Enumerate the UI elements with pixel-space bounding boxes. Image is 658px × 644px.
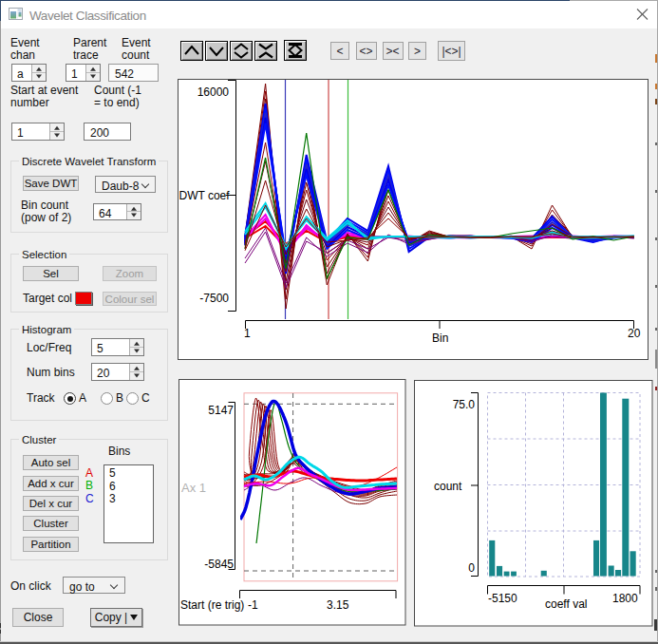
svg-text:-7500: -7500 [199,292,229,305]
svg-text:0: 0 [468,561,475,575]
svg-text:20: 20 [628,327,641,340]
svg-text:5147: 5147 [208,404,234,417]
svg-text:count: count [434,480,462,493]
svg-text:Ax 1: Ax 1 [181,481,206,495]
svg-text:1800: 1800 [612,592,638,605]
svg-text:75.0: 75.0 [453,398,476,411]
svg-text:3.15: 3.15 [327,598,349,612]
svg-text:DWT coef: DWT coef [179,189,231,202]
svg-text:-5150: -5150 [488,592,517,605]
svg-text:Start (re trig): Start (re trig) [180,598,244,612]
svg-text:16000: 16000 [197,85,230,99]
svg-text:-5845: -5845 [204,558,234,571]
svg-text:1: 1 [244,327,251,340]
svg-text:Bin: Bin [432,331,448,345]
svg-text:-1: -1 [248,598,258,612]
svg-text:coeff val: coeff val [545,597,587,611]
